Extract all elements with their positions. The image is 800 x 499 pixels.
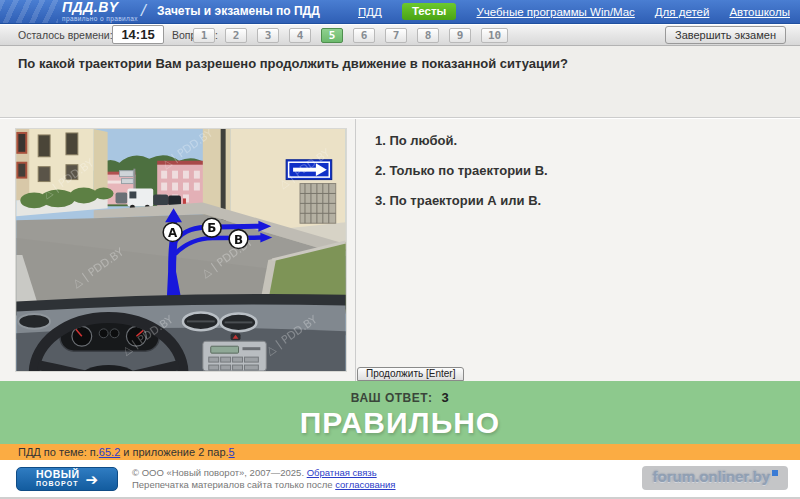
question-button-3[interactable]: 3 [257, 28, 279, 43]
site-logo[interactable]: ПДД.BY правильно о правилах [62, 2, 138, 24]
content-divider [355, 119, 356, 381]
top-navigation: ПДД Тесты Учебные программы Win/Mac Для … [358, 0, 790, 23]
question-button-1[interactable]: 1 [193, 28, 215, 43]
answer-option-3[interactable]: 3. По траектории А или В. [375, 193, 548, 223]
nav-item-pdd[interactable]: ПДД [358, 6, 382, 18]
copyright-block: © ООО «Новый поворот», 2007—2025. Обратн… [132, 467, 396, 491]
theme-prefix: ПДД по теме: п. [18, 446, 99, 458]
arrow-right-icon: ➔ [86, 472, 99, 487]
left-air-vent [18, 314, 50, 329]
result-panel: ВАШ ОТВЕТ:3 ПРАВИЛЬНО [0, 381, 800, 444]
copyright-text: © ООО «Новый поворот», 2007—2025. [132, 467, 304, 478]
your-answer-value: 3 [441, 390, 449, 405]
theme-appendix-link[interactable]: 5 [229, 446, 235, 458]
question-button-9[interactable]: 9 [449, 28, 471, 43]
traffic-situation-image: △ | PDD.BY △ | PDD.BY △ | PDD.BY △ | PDD… [15, 128, 347, 372]
footer: НОВЫЙ ПОВОРОТ ➔ © ООО «Новый поворот», 2… [0, 460, 800, 497]
theme-rule-link[interactable]: 65.2 [99, 446, 120, 458]
question-number-buttons: 1 2 3 4 5 6 7 8 9 10 [193, 28, 508, 43]
pdd-exam-page: ПДД.BY правильно о правилах / Зачеты и э… [0, 0, 800, 499]
timer-value: 14:15 [112, 25, 164, 44]
logo-title: ПДД.BY [62, 2, 138, 13]
question-button-2[interactable]: 2 [225, 28, 247, 43]
question-button-4[interactable]: 4 [289, 28, 311, 43]
onliner-watermark-text: forum.onliner.by [652, 468, 770, 485]
question-button-6[interactable]: 6 [353, 28, 375, 43]
flag-icon [772, 470, 778, 476]
your-answer-label: ВАШ ОТВЕТ: [351, 391, 433, 405]
page-title: Зачеты и экзамены по ПДД [157, 0, 320, 23]
question-strip: По какой траектории Вам разрешено продол… [0, 46, 800, 118]
question-button-5-active[interactable]: 5 [321, 28, 343, 43]
question-text: По какой траектории Вам разрешено продол… [0, 46, 800, 81]
radio-console [203, 341, 266, 371]
verdict-text: ПРАВИЛЬНО [0, 406, 800, 440]
feedback-link[interactable]: Обратная связь [307, 467, 377, 478]
noviy-povorot-text: НОВЫЙ ПОВОРОТ [36, 470, 80, 488]
question-button-10[interactable]: 10 [481, 28, 508, 43]
onliner-watermark-badge: forum.onliner.by [642, 466, 788, 490]
logo-stripes-decoration [0, 0, 58, 23]
top-bar: ПДД.BY правильно о правилах / Зачеты и э… [0, 0, 800, 24]
your-answer-row: ВАШ ОТВЕТ:3 [0, 381, 800, 405]
noviy-povorot-logo[interactable]: НОВЫЙ ПОВОРОТ ➔ [16, 467, 118, 491]
logo-subtitle: правильно о правилах [62, 13, 138, 24]
label-v: В [234, 233, 243, 247]
finish-exam-button[interactable]: Завершить экзамен [665, 26, 786, 44]
answer-options: 1. По любой. 2. Только по траектории В. … [375, 133, 548, 223]
reprint-text: Перепечатка материалов сайта только посл… [132, 479, 333, 490]
content-area: △ | PDD.BY △ | PDD.BY △ | PDD.BY △ | PDD… [0, 119, 800, 381]
traffic-scene-svg: △ | PDD.BY △ | PDD.BY △ | PDD.BY △ | PDD… [16, 129, 346, 371]
consent-link[interactable]: согласования [335, 479, 395, 490]
answer-option-1[interactable]: 1. По любой. [375, 133, 548, 163]
nav-item-schools[interactable]: Автошколы [729, 6, 790, 18]
label-a: А [168, 226, 178, 240]
nav-item-kids[interactable]: Для детей [655, 6, 710, 18]
question-button-7[interactable]: 7 [385, 28, 407, 43]
nav-item-programs[interactable]: Учебные программы Win/Mac [476, 6, 634, 18]
continue-button[interactable]: Продолжить [Enter] [357, 367, 464, 381]
label-b: Б [207, 221, 216, 235]
nav-item-tests-active[interactable]: Тесты [402, 3, 457, 20]
question-button-8[interactable]: 8 [417, 28, 439, 43]
answer-option-2[interactable]: 2. Только по траектории В. [375, 163, 548, 193]
theme-middle: и приложение 2 пар. [120, 446, 228, 458]
theme-reference-bar: ПДД по теме: п.65.2 и приложение 2 пар.5 [0, 444, 800, 460]
exam-toolbar: Осталось времени: 14:15 Вопросы: 1 2 3 4… [0, 25, 800, 46]
time-remaining-label: Осталось времени: [18, 25, 113, 45]
logo-slash-divider: / [141, 1, 146, 21]
